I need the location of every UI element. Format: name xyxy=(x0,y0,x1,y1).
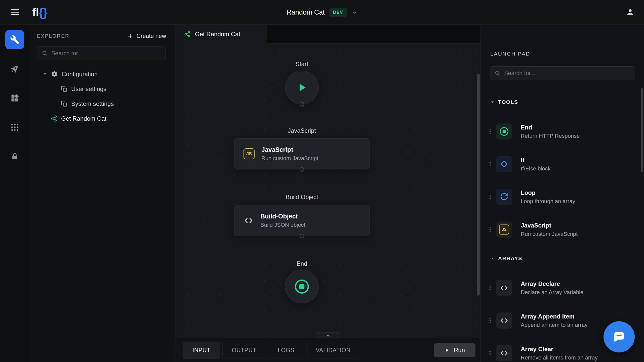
caret-down-icon[interactable] xyxy=(43,72,47,76)
item-title: End xyxy=(521,124,580,131)
canvas-scrollbar[interactable] xyxy=(477,74,480,296)
tools-list: End Return HTTP Response If If/Else bloc… xyxy=(481,115,644,246)
drag-handle[interactable] xyxy=(487,160,493,168)
drag-handle[interactable] xyxy=(487,317,493,324)
code-icon xyxy=(500,283,509,292)
item-subtitle: Remove all items from an array xyxy=(521,354,598,361)
grip-icon xyxy=(487,160,493,168)
grip-icon xyxy=(487,284,493,292)
flow-title-group: Random Cat DEV xyxy=(287,0,357,25)
explorer-search xyxy=(37,47,166,60)
section-arrays[interactable]: ARRAYS xyxy=(490,255,644,261)
bottom-tab-logs[interactable]: LOGS xyxy=(268,342,304,358)
flow-icon xyxy=(184,31,191,38)
node-port[interactable] xyxy=(300,102,304,107)
end-node[interactable] xyxy=(285,270,319,303)
drag-handle[interactable] xyxy=(487,128,493,135)
start-node[interactable] xyxy=(285,71,319,104)
copy-icon xyxy=(61,101,67,107)
launchpad-title: LAUNCH PAD xyxy=(490,51,644,57)
launchpad-item-end[interactable]: End Return HTTP Response xyxy=(481,115,644,148)
search-icon xyxy=(495,70,501,76)
run-button[interactable]: Run xyxy=(434,343,475,357)
copy-icon xyxy=(61,86,67,92)
bottom-tab-output[interactable]: OUTPUT xyxy=(222,342,266,358)
javascript-node[interactable]: JS JavaScript Run custom JavaScript xyxy=(234,138,370,169)
loop-icon xyxy=(500,192,509,201)
launchpad-scrollbar[interactable] xyxy=(641,88,643,172)
js-icon: JS xyxy=(499,224,509,235)
rail-item-widgets[interactable] xyxy=(0,90,29,106)
play-icon xyxy=(296,81,308,94)
item-subtitle: Run custom JavaScript xyxy=(521,231,578,237)
js-icon: JS xyxy=(244,148,255,159)
chevron-down-icon[interactable] xyxy=(351,9,357,15)
item-subtitle: Loop through an array xyxy=(521,198,575,205)
rail-item-apps[interactable] xyxy=(0,120,29,135)
chat-launcher-button[interactable] xyxy=(603,321,635,352)
create-new-label: Create new xyxy=(136,33,166,39)
logo-text: fl xyxy=(32,6,39,19)
node-label-end: End xyxy=(297,260,307,267)
topbar: fl{} Random Cat DEV xyxy=(0,0,644,25)
stop-icon xyxy=(294,278,310,295)
node-port[interactable] xyxy=(300,167,304,172)
launchpad-search-input[interactable] xyxy=(504,70,630,77)
chat-icon xyxy=(612,330,626,344)
hamburger-icon xyxy=(11,9,19,15)
tree-item-system-settings[interactable]: System settings xyxy=(29,96,175,111)
launchpad-item-loop[interactable]: Loop Loop through an array xyxy=(481,180,644,213)
bottom-tab-validation[interactable]: VALIDATION xyxy=(306,342,360,358)
item-title: If xyxy=(521,157,551,164)
launchpad-item-if[interactable]: If If/Else block xyxy=(481,148,644,180)
rail-item-flows[interactable] xyxy=(5,30,24,49)
gear-icon xyxy=(51,71,58,77)
explorer-title: EXPLORER xyxy=(37,33,69,39)
flow-canvas[interactable]: Start JavaScript JS JavaScript Run custo… xyxy=(175,43,480,338)
search-icon xyxy=(42,50,48,56)
launchpad-item-array-declare[interactable]: Array Declare Declare an Array Variable xyxy=(481,272,644,304)
tree-item-label: Get Random Cat xyxy=(61,115,106,122)
item-title: JavaScript xyxy=(521,222,578,229)
bottom-tab-input[interactable]: INPUT xyxy=(183,342,220,358)
grip-icon xyxy=(487,193,493,201)
section-label: TOOLS xyxy=(498,99,518,105)
env-badge: DEV xyxy=(329,8,347,17)
tab-label: Get Random Cat xyxy=(195,31,240,38)
explorer-panel: EXPLORER Create new Configuration User s… xyxy=(29,25,175,362)
explorer-search-input[interactable] xyxy=(51,50,161,57)
drag-handle[interactable] xyxy=(487,284,493,292)
item-title: Array Declare xyxy=(521,280,583,287)
tree-item-user-settings[interactable]: User settings xyxy=(29,81,175,96)
play-icon xyxy=(445,348,450,353)
bottom-panel-expand-button[interactable] xyxy=(315,332,341,338)
rail-item-deployments[interactable] xyxy=(0,61,29,76)
hamburger-menu-button[interactable] xyxy=(8,5,22,19)
if-node-tile xyxy=(496,156,512,172)
app-logo[interactable]: fl{} xyxy=(32,6,47,19)
end-node-tile xyxy=(496,123,512,140)
drag-handle[interactable] xyxy=(487,226,493,233)
section-tools[interactable]: TOOLS xyxy=(490,99,644,105)
user-menu-button[interactable] xyxy=(626,8,634,17)
tree-item-label: System settings xyxy=(71,100,114,107)
tree-item-get-random-cat[interactable]: Get Random Cat xyxy=(29,111,175,126)
stop-icon xyxy=(499,126,509,137)
rail-item-security[interactable] xyxy=(0,149,29,164)
app-root: fl{} Random Cat DEV EXPLORER xyxy=(0,0,644,362)
create-new-button[interactable]: Create new xyxy=(127,33,166,39)
drag-handle[interactable] xyxy=(487,193,493,201)
item-title: Array Clear xyxy=(521,346,598,353)
tree-item-configuration[interactable]: Configuration xyxy=(29,67,175,81)
chevron-up-icon xyxy=(325,333,331,338)
build-object-node[interactable]: Build-Object Build JSON object xyxy=(234,205,370,236)
launchpad-item-javascript[interactable]: JS JavaScript Run custom JavaScript xyxy=(481,213,644,246)
node-port[interactable] xyxy=(300,234,304,238)
item-subtitle: Return HTTP Response xyxy=(521,133,580,139)
code-icon xyxy=(500,316,509,325)
tree-item-label: User settings xyxy=(71,85,106,93)
drag-handle[interactable] xyxy=(487,349,493,357)
tab-get-random-cat[interactable]: Get Random Cat xyxy=(175,25,267,44)
node-label-start: Start xyxy=(296,61,308,68)
node-label-javascript: JavaScript xyxy=(288,127,316,134)
